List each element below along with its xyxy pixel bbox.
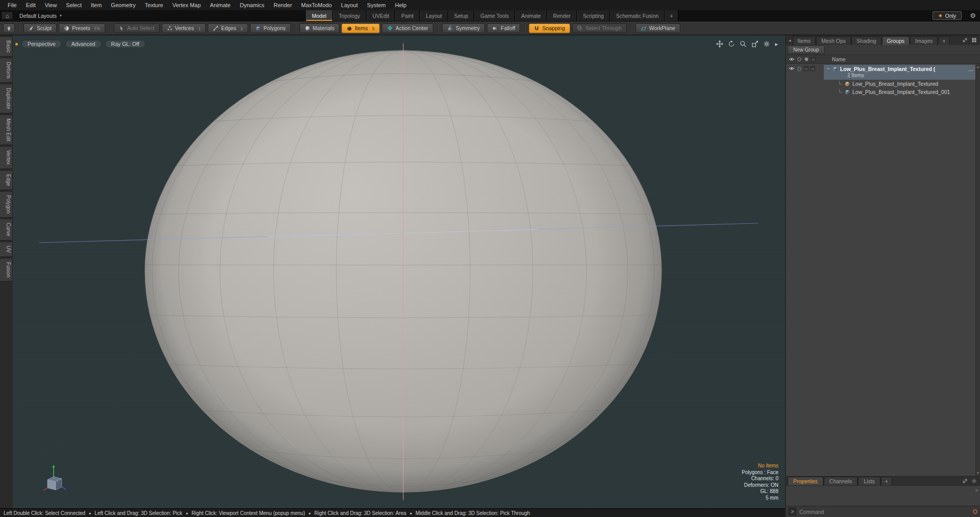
toggle-checkbox[interactable]: [804, 66, 808, 71]
render-toggle-icon[interactable]: [797, 57, 802, 62]
group-row[interactable]: − Low_Plus_Breast_Implant_Textured ( … 2…: [786, 65, 980, 80]
orbit-icon[interactable]: [728, 40, 735, 48]
viewport-camera-button[interactable]: Perspective: [21, 40, 62, 48]
menu-select[interactable]: Select: [61, 1, 86, 9]
tab-mesh-ops[interactable]: Mesh Ops: [816, 36, 851, 45]
symmetry-button[interactable]: Symmetry: [442, 24, 485, 33]
tool-tab-duplicate[interactable]: Duplicate: [0, 84, 13, 113]
pan-icon[interactable]: [716, 40, 723, 48]
palette-popup-button[interactable]: [3, 24, 15, 33]
tool-tab-polygon[interactable]: Polygon: [0, 191, 13, 218]
groups-tree[interactable]: − Low_Plus_Breast_Implant_Textured ( … 2…: [786, 64, 980, 476]
tool-tab-mesh-edit[interactable]: Mesh Edit: [0, 114, 13, 145]
group-child-row[interactable]: Low_Plus_Breast_Implant_Textured: [786, 80, 980, 88]
scroll-down-icon[interactable]: ▾: [977, 471, 979, 475]
tab-properties[interactable]: Properties: [788, 477, 823, 485]
layout-tab-topology[interactable]: Topology: [333, 10, 366, 21]
viewport-shading-button[interactable]: Advanced: [65, 40, 102, 48]
gear-icon[interactable]: ⚙: [966, 10, 980, 21]
items-mode-button[interactable]: Items 5: [341, 24, 380, 33]
collapse-panel-icon[interactable]: ◂: [787, 38, 793, 43]
menu-view[interactable]: View: [40, 1, 62, 9]
auto-select-button[interactable]: Auto Select: [114, 24, 160, 33]
command-input[interactable]: Command: [799, 509, 970, 515]
panel-arrow-icon[interactable]: ▸: [775, 40, 778, 48]
scroll-up-icon[interactable]: ▴: [977, 65, 979, 69]
tree-scrollbar[interactable]: ▴ ▾: [975, 64, 980, 476]
tab-shading[interactable]: Shading: [851, 36, 881, 45]
tool-tab-fusion[interactable]: Fusion: [0, 258, 13, 281]
group-row-content[interactable]: − Low_Plus_Breast_Implant_Textured ( … 2…: [824, 65, 975, 80]
bottom-tab-add[interactable]: +: [881, 477, 892, 485]
action-center-button[interactable]: Action Center: [382, 24, 433, 33]
group-child-row[interactable]: Low_Plus_Breast_Implant_Textured_001: [786, 88, 980, 96]
new-group-button[interactable]: New Group: [788, 45, 825, 54]
menu-geometry[interactable]: Geometry: [106, 1, 140, 9]
layouts-dropdown[interactable]: Default Layouts ▾: [14, 10, 67, 21]
edges-mode-button[interactable]: Edges 2: [208, 24, 248, 33]
vertices-mode-button[interactable]: Vertices 1: [162, 24, 206, 33]
falloff-button[interactable]: Falloff: [487, 24, 520, 33]
eye-icon[interactable]: [789, 57, 795, 61]
toggle-checkbox[interactable]: [811, 66, 815, 71]
gear-icon[interactable]: [971, 478, 977, 484]
layout-tab-layout[interactable]: Layout: [420, 10, 448, 21]
menu-maxtomodo[interactable]: MaxToModo: [297, 1, 336, 9]
viewport-raygl-button[interactable]: Ray GL: Off: [105, 40, 145, 48]
tool-tab-edge[interactable]: Edge: [0, 170, 13, 190]
expand-panel-icon[interactable]: [962, 37, 968, 43]
layout-tab-uvedit[interactable]: UVEdit: [366, 10, 396, 21]
menu-item[interactable]: Item: [86, 1, 106, 9]
viewport-state-dot-icon[interactable]: [15, 43, 18, 45]
menu-edit[interactable]: Edit: [21, 1, 40, 9]
menu-texture[interactable]: Texture: [140, 1, 168, 9]
tab-channels[interactable]: Channels: [824, 477, 857, 485]
menu-animate[interactable]: Animate: [205, 1, 235, 9]
gear-icon[interactable]: [763, 40, 770, 48]
menu-system[interactable]: System: [362, 1, 390, 9]
layout-tab-game-tools[interactable]: Game Tools: [474, 10, 515, 21]
command-prompt-button[interactable]: >: [789, 508, 796, 515]
thumbnails-icon[interactable]: [971, 37, 977, 43]
layout-tab-paint[interactable]: Paint: [395, 10, 420, 21]
layout-tab-model[interactable]: Model: [306, 10, 333, 21]
expand-panel-icon[interactable]: [962, 478, 968, 484]
maximize-icon[interactable]: [751, 40, 758, 48]
menu-render[interactable]: Render: [269, 1, 297, 9]
tab-items[interactable]: Items: [793, 36, 816, 45]
layout-tab-animate[interactable]: Animate: [515, 10, 547, 21]
viewport-3d[interactable]: Perspective Advanced Ray GL: Off ▸: [13, 35, 785, 508]
tool-tab-basic[interactable]: Basic: [0, 36, 13, 57]
zoom-icon[interactable]: [740, 40, 747, 48]
tool-tab-deform[interactable]: Deform: [0, 58, 13, 83]
viewport-canvas[interactable]: [13, 35, 785, 508]
tab-add[interactable]: +: [938, 36, 949, 45]
layout-tab-schematic-fusion[interactable]: Schematic Fusion: [610, 10, 665, 21]
layout-tab-add[interactable]: +: [665, 10, 678, 21]
menu-dynamics[interactable]: Dynamics: [235, 1, 269, 9]
macro-record-icon[interactable]: [973, 509, 977, 514]
menu-file[interactable]: File: [3, 1, 21, 9]
lock-toggle-icon[interactable]: [804, 57, 809, 62]
sculpt-button[interactable]: Sculpt: [23, 24, 57, 33]
menu-help[interactable]: Help: [390, 1, 411, 9]
layout-tab-render[interactable]: Render: [547, 10, 577, 21]
eye-icon[interactable]: [789, 66, 795, 70]
render-toggle-icon[interactable]: [797, 66, 802, 72]
tool-tab-vertex[interactable]: Vertex: [0, 146, 13, 169]
layout-tab-setup[interactable]: Setup: [448, 10, 474, 21]
select-through-button[interactable]: Select Through: [572, 24, 627, 33]
tool-tab-curve[interactable]: Curve: [0, 219, 13, 241]
home-button[interactable]: ⌂: [1, 11, 13, 20]
tool-tab-uv[interactable]: UV: [0, 242, 13, 257]
polygons-mode-button[interactable]: Polygons: [250, 24, 290, 33]
snapping-button[interactable]: Snapping: [529, 24, 570, 33]
menu-layout[interactable]: Layout: [336, 1, 362, 9]
tab-groups[interactable]: Groups: [882, 36, 910, 45]
filter-checkbox[interactable]: [811, 57, 816, 62]
tab-lists[interactable]: Lists: [858, 477, 880, 485]
panel-overflow-icon[interactable]: »: [975, 487, 978, 493]
workplane-button[interactable]: WorkPlane: [635, 24, 680, 33]
only-button[interactable]: ★ Only: [933, 11, 962, 20]
tab-images[interactable]: Images: [910, 36, 938, 45]
